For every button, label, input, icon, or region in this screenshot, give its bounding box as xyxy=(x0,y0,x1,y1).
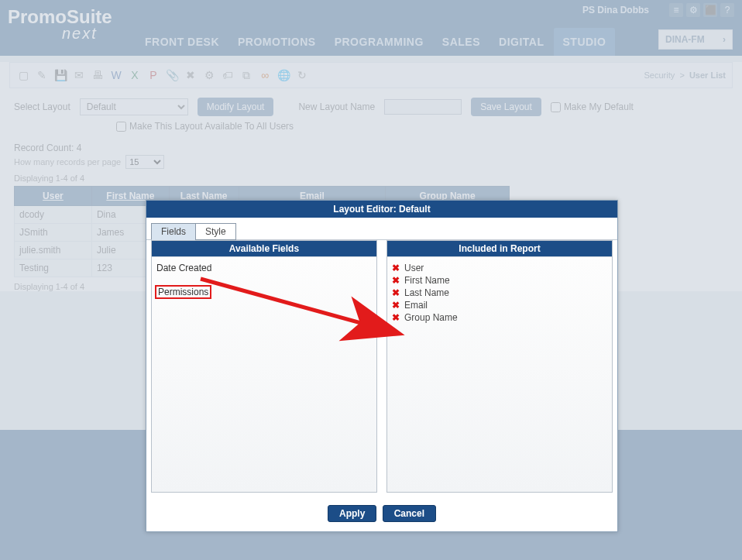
available-list: Date CreatedPermissions xyxy=(152,256,376,492)
modal-panes: Available Fields Date CreatedPermissions… xyxy=(146,240,617,499)
included-head: Included in Report xyxy=(387,241,612,256)
remove-field-icon[interactable]: ✖ xyxy=(390,287,401,298)
apply-button[interactable]: Apply xyxy=(328,505,376,522)
remove-field-icon[interactable]: ✖ xyxy=(390,263,401,273)
included-pane: Included in Report ✖User✖First Name✖Last… xyxy=(386,240,613,493)
modal-buttons: Apply Cancel xyxy=(146,499,617,531)
included-field[interactable]: ✖Group Name xyxy=(390,311,609,324)
available-field[interactable]: Permissions xyxy=(155,285,211,299)
modal-title: Layout Editor: Default xyxy=(146,201,617,218)
modal-tab-fields[interactable]: Fields xyxy=(151,223,196,240)
remove-field-icon[interactable]: ✖ xyxy=(390,300,401,311)
remove-field-icon[interactable]: ✖ xyxy=(390,312,401,323)
included-field[interactable]: ✖Email xyxy=(390,299,609,311)
cancel-button[interactable]: Cancel xyxy=(383,505,436,522)
available-head: Available Fields xyxy=(152,241,376,256)
available-pane: Available Fields Date CreatedPermissions xyxy=(151,240,377,493)
included-field[interactable]: ✖First Name xyxy=(390,274,609,287)
available-field[interactable]: Date Created xyxy=(155,262,373,274)
included-field[interactable]: ✖Last Name xyxy=(390,287,609,299)
modal-tab-style[interactable]: Style xyxy=(195,223,236,240)
included-list: ✖User✖First Name✖Last Name✖Email✖Group N… xyxy=(387,256,612,492)
modal-tabs: FieldsStyle xyxy=(146,218,617,240)
included-field[interactable]: ✖User xyxy=(390,262,609,274)
remove-field-icon[interactable]: ✖ xyxy=(390,275,401,286)
layout-editor-modal: Layout Editor: Default FieldsStyle Avail… xyxy=(146,200,618,532)
